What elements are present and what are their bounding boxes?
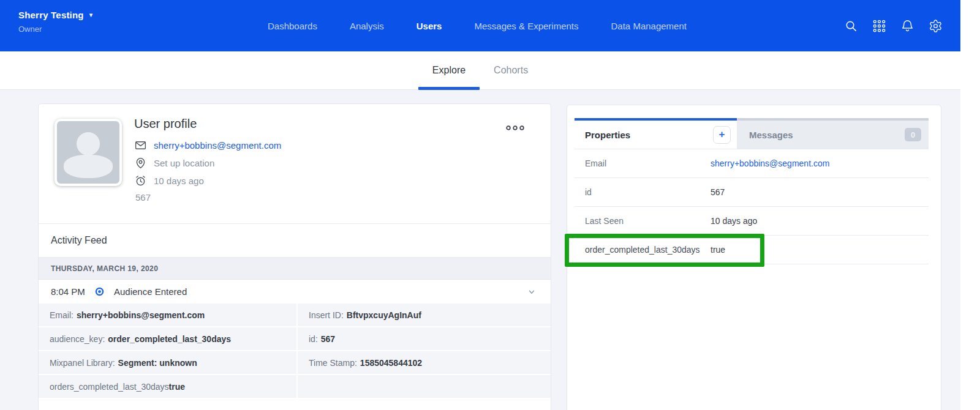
activity-event-row[interactable]: 8:04 PM Audience Entered [39, 280, 551, 304]
profile-last-seen: 10 days ago [154, 176, 204, 186]
event-name: Audience Entered [114, 286, 187, 297]
tab-explore-label: Explore [432, 65, 466, 76]
event-detail-cell: orders_completed_last_30days true [39, 375, 296, 398]
event-detail-cell: id: 567 [298, 327, 551, 350]
property-row-email: Email sherry+bobbins@segment.com [575, 149, 929, 178]
profile-location[interactable]: Set up location [154, 158, 214, 168]
event-detail-cell-empty [298, 375, 551, 398]
tab-cohorts-label: Cohorts [494, 65, 528, 76]
nav-item-users[interactable]: Users [417, 21, 442, 31]
add-property-button[interactable]: + [713, 126, 731, 144]
messages-count-badge: 0 [905, 128, 921, 141]
event-detail-cell: Email: sherry+bobbins@segment.com [39, 304, 296, 326]
properties-list: Email sherry+bobbins@segment.com id 567 … [575, 149, 929, 264]
tab-properties-label: Properties [585, 130, 630, 140]
section-tabbar: Explore Cohorts [0, 51, 960, 90]
nav-item-dashboards[interactable]: Dashboards [268, 21, 317, 31]
nav-item-messages-experiments[interactable]: Messages & Experiments [474, 21, 578, 31]
activity-feed-title: Activity Feed [39, 224, 551, 258]
profile-section: User profile sherry+bobbins@segment.com [39, 104, 551, 224]
event-detail-cell: audience_key: order_completed_last_30day… [39, 327, 296, 350]
project-name: Sherry Testing [18, 10, 84, 20]
tab-explore[interactable]: Explore [418, 51, 480, 89]
gear-icon[interactable] [929, 19, 943, 33]
app: Sherry Testing ▾ Owner Dashboards Analys… [0, 0, 980, 410]
mail-icon [134, 139, 147, 152]
content-area: User profile sherry+bobbins@segment.com [0, 90, 960, 410]
alarm-clock-icon [134, 174, 147, 187]
profile-user-id: 567 [134, 192, 281, 203]
tab-messages-label: Messages [749, 130, 793, 140]
nav-item-analysis[interactable]: Analysis [350, 21, 384, 31]
top-navigation: Sherry Testing ▾ Owner Dashboards Analys… [0, 0, 960, 51]
profile-email-link[interactable]: sherry+bobbins@segment.com [154, 140, 281, 151]
apps-grid-icon[interactable] [872, 19, 886, 33]
location-pin-icon [134, 157, 147, 170]
tab-cohorts[interactable]: Cohorts [480, 51, 542, 89]
audience-event-icon [95, 287, 104, 296]
project-role: Owner [18, 24, 92, 34]
bell-icon[interactable] [900, 19, 914, 33]
primary-nav: Dashboards Analysis Users Messages & Exp… [268, 0, 687, 51]
property-row-order-completed: order_completed_last_30days true [575, 236, 929, 264]
more-options-icon[interactable] [505, 122, 525, 129]
activity-date-header: THURSDAY, MARCH 19, 2020 [39, 258, 551, 280]
chevron-down-icon[interactable] [527, 288, 536, 296]
event-detail-cell: Mixpanel Library: Segment: unknown [39, 351, 296, 374]
event-details-table: Email: sherry+bobbins@segment.com Insert… [39, 304, 551, 398]
avatar [55, 119, 122, 186]
event-detail-cell: Insert ID: BftvpxcuyAgInAuf [298, 304, 551, 326]
tab-properties[interactable]: Properties + [575, 118, 737, 149]
nav-icon-group [844, 0, 943, 51]
page-title: User profile [134, 117, 281, 131]
search-icon[interactable] [844, 19, 858, 33]
property-row-id: id 567 [575, 178, 929, 207]
properties-tabbar: Properties + Messages 0 [575, 118, 929, 149]
event-time: 8:04 PM [51, 286, 95, 297]
project-switcher[interactable]: Sherry Testing ▾ Owner [18, 10, 92, 34]
nav-item-data-management[interactable]: Data Management [611, 21, 687, 31]
property-row-last-seen: Last Seen 10 days ago [575, 207, 929, 236]
tab-messages[interactable]: Messages 0 [737, 118, 929, 149]
user-profile-card: User profile sherry+bobbins@segment.com [38, 103, 551, 410]
event-detail-cell: Time Stamp: 1585045844102 [298, 351, 551, 374]
property-email-link[interactable]: sherry+bobbins@segment.com [710, 158, 829, 168]
chevron-down-icon: ▾ [89, 11, 93, 19]
properties-card: Properties + Messages 0 Email sherry+bob… [567, 105, 941, 410]
